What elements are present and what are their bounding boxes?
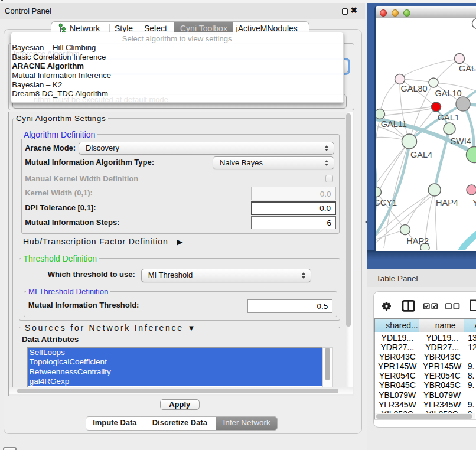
svg-text:GAL4: GAL4: [410, 150, 432, 159]
svg-text:GAL11: GAL11: [381, 119, 407, 129]
svg-text:GAL10: GAL10: [435, 89, 462, 98]
svg-text:GAL7: GAL7: [459, 64, 476, 73]
svg-text:HAP4: HAP4: [436, 198, 458, 207]
svg-text:GAL1: GAL1: [438, 113, 459, 122]
svg-text:HAP2: HAP2: [406, 236, 429, 246]
svg-text:GCY1: GCY1: [376, 198, 397, 207]
svg-text:GAL80: GAL80: [401, 84, 428, 93]
svg-text:Y: Y: [472, 198, 476, 207]
svg-text:SWI4: SWI4: [450, 136, 471, 146]
